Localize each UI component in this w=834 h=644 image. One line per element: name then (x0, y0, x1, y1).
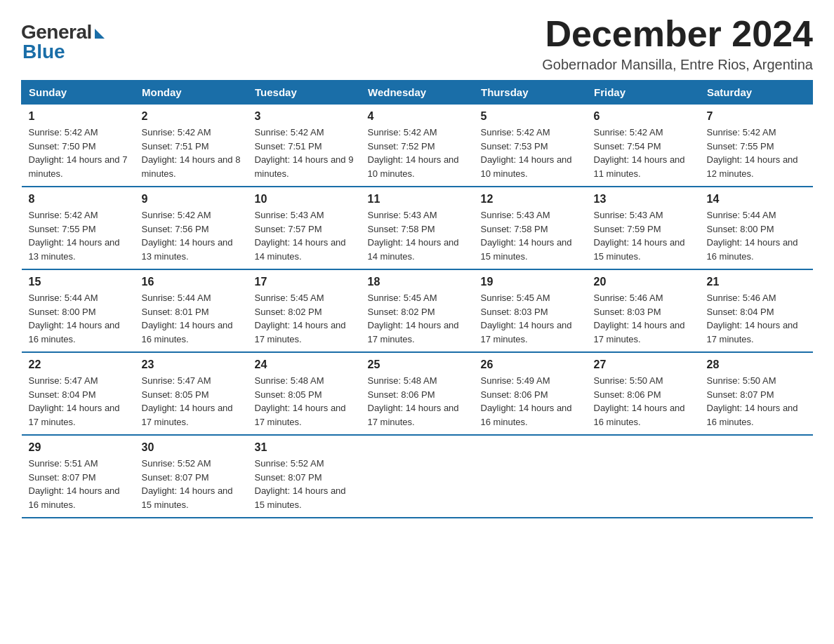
day-number: 3 (255, 110, 354, 123)
sunset-label: Sunset: 7:52 PM (368, 141, 435, 152)
sunrise-label: Sunrise: 5:42 AM (594, 127, 663, 137)
calendar-cell: 2 Sunrise: 5:42 AM Sunset: 7:51 PM Dayli… (135, 105, 248, 187)
sunset-label: Sunset: 7:54 PM (594, 141, 661, 152)
calendar-cell: 7 Sunrise: 5:42 AM Sunset: 7:55 PM Dayli… (700, 105, 813, 187)
daylight-label: Daylight: 14 hours and 16 minutes. (594, 403, 685, 427)
daylight-label: Daylight: 14 hours and 16 minutes. (707, 237, 798, 262)
calendar-cell: 25 Sunrise: 5:48 AM Sunset: 8:06 PM Dayl… (361, 352, 474, 435)
daylight-label: Daylight: 14 hours and 14 minutes. (368, 237, 459, 262)
daylight-label: Daylight: 14 hours and 15 minutes. (142, 485, 233, 510)
sunrise-label: Sunrise: 5:42 AM (29, 210, 98, 220)
day-number: 31 (255, 441, 354, 454)
day-info: Sunrise: 5:47 AM Sunset: 8:05 PM Dayligh… (142, 374, 241, 429)
day-number: 25 (368, 358, 467, 371)
sunset-label: Sunset: 8:05 PM (255, 389, 322, 400)
daylight-label: Daylight: 14 hours and 13 minutes. (142, 237, 233, 262)
sunrise-label: Sunrise: 5:46 AM (594, 293, 663, 303)
calendar-cell: 11 Sunrise: 5:43 AM Sunset: 7:58 PM Dayl… (361, 187, 474, 269)
daylight-label: Daylight: 14 hours and 17 minutes. (368, 403, 459, 427)
calendar-cell: 5 Sunrise: 5:42 AM Sunset: 7:53 PM Dayli… (474, 105, 587, 187)
sunset-label: Sunset: 7:53 PM (481, 141, 548, 152)
daylight-label: Daylight: 14 hours and 15 minutes. (481, 237, 572, 262)
day-info: Sunrise: 5:50 AM Sunset: 8:06 PM Dayligh… (594, 374, 693, 429)
sunrise-label: Sunrise: 5:44 AM (29, 293, 98, 303)
sunset-label: Sunset: 7:51 PM (255, 141, 322, 152)
logo-blue-text: Blue (22, 41, 65, 63)
day-info: Sunrise: 5:43 AM Sunset: 7:59 PM Dayligh… (594, 208, 693, 263)
sunrise-label: Sunrise: 5:47 AM (142, 375, 211, 386)
sunrise-label: Sunrise: 5:42 AM (707, 127, 776, 137)
sunset-label: Sunset: 8:07 PM (707, 389, 774, 400)
sunrise-label: Sunrise: 5:44 AM (707, 210, 776, 220)
calendar-header-thursday: Thursday (474, 81, 587, 105)
calendar-cell: 13 Sunrise: 5:43 AM Sunset: 7:59 PM Dayl… (587, 187, 700, 269)
daylight-label: Daylight: 14 hours and 17 minutes. (255, 320, 346, 344)
daylight-label: Daylight: 14 hours and 17 minutes. (29, 403, 120, 427)
logo: General Blue (21, 14, 105, 63)
sunset-label: Sunset: 7:50 PM (29, 141, 96, 152)
day-number: 9 (142, 193, 241, 206)
calendar-cell: 8 Sunrise: 5:42 AM Sunset: 7:55 PM Dayli… (22, 187, 135, 269)
day-number: 21 (707, 276, 806, 288)
day-info: Sunrise: 5:45 AM Sunset: 8:02 PM Dayligh… (255, 291, 354, 346)
calendar-cell: 29 Sunrise: 5:51 AM Sunset: 8:07 PM Dayl… (22, 435, 135, 518)
calendar-cell: 24 Sunrise: 5:48 AM Sunset: 8:05 PM Dayl… (248, 352, 361, 435)
daylight-label: Daylight: 14 hours and 16 minutes. (707, 403, 798, 427)
day-number: 26 (481, 358, 580, 371)
day-number: 11 (368, 193, 467, 206)
sunrise-label: Sunrise: 5:45 AM (368, 293, 437, 303)
sunrise-label: Sunrise: 5:42 AM (142, 210, 211, 220)
day-number: 6 (594, 110, 693, 123)
calendar-cell: 22 Sunrise: 5:47 AM Sunset: 8:04 PM Dayl… (22, 352, 135, 435)
sunrise-label: Sunrise: 5:43 AM (481, 210, 550, 220)
sunset-label: Sunset: 7:59 PM (594, 224, 661, 234)
sunrise-label: Sunrise: 5:42 AM (368, 127, 437, 137)
sunset-label: Sunset: 7:51 PM (142, 141, 209, 152)
day-info: Sunrise: 5:43 AM Sunset: 7:57 PM Dayligh… (255, 208, 354, 263)
day-info: Sunrise: 5:43 AM Sunset: 7:58 PM Dayligh… (368, 208, 467, 263)
sunset-label: Sunset: 8:07 PM (142, 472, 209, 483)
sunrise-label: Sunrise: 5:48 AM (368, 375, 437, 386)
daylight-label: Daylight: 14 hours and 17 minutes. (594, 320, 685, 344)
day-info: Sunrise: 5:42 AM Sunset: 7:55 PM Dayligh… (29, 208, 128, 263)
daylight-label: Daylight: 14 hours and 11 minutes. (594, 154, 685, 179)
day-number: 17 (255, 276, 354, 288)
daylight-label: Daylight: 14 hours and 17 minutes. (368, 320, 459, 344)
calendar-cell (474, 435, 587, 518)
day-info: Sunrise: 5:46 AM Sunset: 8:04 PM Dayligh… (707, 291, 806, 346)
calendar-cell: 3 Sunrise: 5:42 AM Sunset: 7:51 PM Dayli… (248, 105, 361, 187)
day-number: 5 (481, 110, 580, 123)
calendar-cell: 15 Sunrise: 5:44 AM Sunset: 8:00 PM Dayl… (22, 269, 135, 352)
calendar-cell: 12 Sunrise: 5:43 AM Sunset: 7:58 PM Dayl… (474, 187, 587, 269)
day-info: Sunrise: 5:48 AM Sunset: 8:06 PM Dayligh… (368, 374, 467, 429)
sunset-label: Sunset: 7:57 PM (255, 224, 322, 234)
day-number: 28 (707, 358, 806, 371)
calendar-cell: 30 Sunrise: 5:52 AM Sunset: 8:07 PM Dayl… (135, 435, 248, 518)
day-number: 12 (481, 193, 580, 206)
sunset-label: Sunset: 8:06 PM (481, 389, 548, 400)
sunset-label: Sunset: 8:03 PM (594, 307, 661, 317)
calendar-cell: 19 Sunrise: 5:45 AM Sunset: 8:03 PM Dayl… (474, 269, 587, 352)
day-number: 30 (142, 441, 241, 454)
daylight-label: Daylight: 14 hours and 10 minutes. (368, 154, 459, 179)
day-number: 2 (142, 110, 241, 123)
sunrise-label: Sunrise: 5:42 AM (481, 127, 550, 137)
day-info: Sunrise: 5:51 AM Sunset: 8:07 PM Dayligh… (29, 457, 128, 511)
sunset-label: Sunset: 8:02 PM (255, 307, 322, 317)
day-number: 22 (29, 358, 128, 371)
day-number: 19 (481, 276, 580, 288)
calendar-cell: 31 Sunrise: 5:52 AM Sunset: 8:07 PM Dayl… (248, 435, 361, 518)
day-info: Sunrise: 5:42 AM Sunset: 7:56 PM Dayligh… (142, 208, 241, 263)
sunrise-label: Sunrise: 5:50 AM (594, 375, 663, 386)
sunset-label: Sunset: 7:56 PM (142, 224, 209, 234)
calendar-header-sunday: Sunday (22, 81, 135, 105)
calendar-cell: 20 Sunrise: 5:46 AM Sunset: 8:03 PM Dayl… (587, 269, 700, 352)
daylight-label: Daylight: 14 hours and 14 minutes. (255, 237, 346, 262)
calendar-cell (361, 435, 474, 518)
sunset-label: Sunset: 8:06 PM (594, 389, 661, 400)
day-number: 20 (594, 276, 693, 288)
day-info: Sunrise: 5:42 AM Sunset: 7:53 PM Dayligh… (481, 126, 580, 180)
day-info: Sunrise: 5:42 AM Sunset: 7:52 PM Dayligh… (368, 126, 467, 180)
sunrise-label: Sunrise: 5:47 AM (29, 375, 98, 386)
day-info: Sunrise: 5:45 AM Sunset: 8:02 PM Dayligh… (368, 291, 467, 346)
